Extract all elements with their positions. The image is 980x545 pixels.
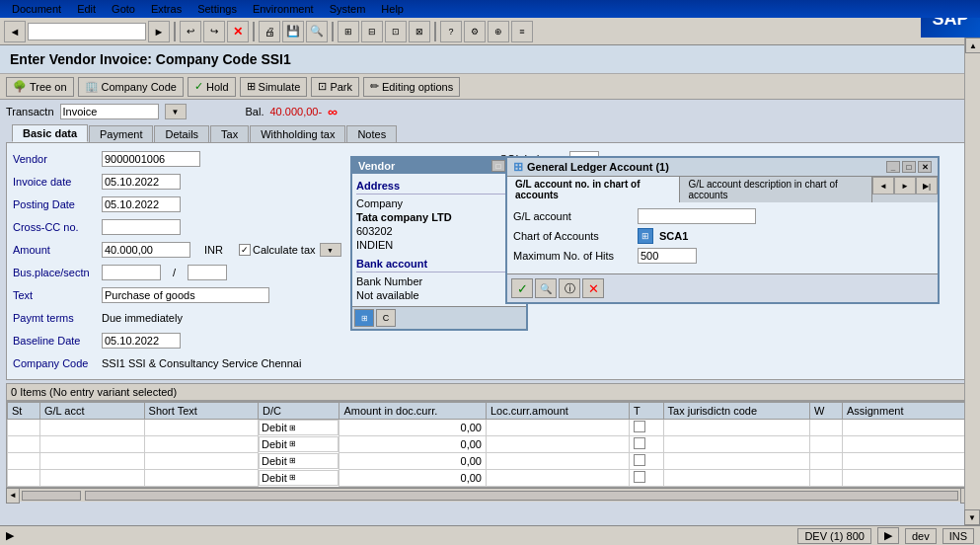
row1-gl[interactable] [39,420,144,436]
col-amount-doc: Amount in doc.curr. [339,403,486,420]
vendor-btn-details[interactable]: C [376,309,396,327]
calc-tax-dropdown[interactable]: ▼ [320,243,341,257]
menu-environment[interactable]: Environment [245,1,322,17]
menu-goto[interactable]: Goto [104,1,143,17]
max-hits-input[interactable] [638,248,697,264]
vendor-btn-expand[interactable]: ⊞ [354,309,374,327]
scroll-up-btn[interactable]: ▲ [965,38,980,53]
park-button[interactable]: ⊡ Park [311,77,359,97]
gl-btn-confirm[interactable]: ✓ [511,278,533,298]
company-code-button[interactable]: 🏢 Company Code [78,77,184,97]
amount-input[interactable] [102,242,190,258]
toolbar-btn-4[interactable]: ⊠ [409,21,430,42]
gl-popup-restore[interactable]: □ [902,161,916,173]
company-code-value: SSI1 SSI & Consultancy Service Chennai [102,357,301,369]
editing-options-button[interactable]: ✏ Editing options [363,77,460,97]
menu-settings[interactable]: Settings [189,1,245,17]
gl-btn-search[interactable]: 🔍 [535,278,557,298]
toolbar-btn-forward[interactable]: ↪ [203,21,225,42]
gl-account-input[interactable] [638,208,756,224]
tab-bar: Basic data Payment Details Tax Withholdi… [6,122,974,142]
vendor-bank-number-label: Bank Number [356,274,522,288]
simulate-button[interactable]: ⊞ Simulate [240,77,308,97]
toolbar-btn-3[interactable]: ⊡ [385,21,407,42]
tab-payment[interactable]: Payment [89,125,153,142]
hold-label: Hold [206,81,229,93]
sectn-input[interactable] [188,265,227,280]
transactn-row: Transactn ▼ Bal. 40.000,00- ∞ [6,104,974,119]
transactn-dropdown[interactable]: ▼ [165,104,187,119]
row1-dc-icon: ⊞ [289,424,296,432]
tab-tax[interactable]: Tax [210,125,249,142]
gl-popup-close[interactable]: ✕ [918,161,932,173]
tab-withholding-tax[interactable]: Withholding tax [250,125,345,142]
toolbar-btn-cancel[interactable]: ✕ [227,21,249,42]
command-input[interactable] [28,23,146,40]
scroll-thumb-area[interactable] [965,53,980,103]
row4-dc-value: Debit [262,472,287,484]
gl-tab-nav-next[interactable]: ► [894,177,916,195]
chart-of-accounts-icon[interactable]: ⊞ [638,228,653,244]
baseline-date-input[interactable] [102,333,181,349]
scroll-down-btn[interactable]: ▼ [964,509,980,525]
vendor-label: Vendor [13,153,92,165]
tab-details[interactable]: Details [154,125,209,142]
posting-date-label: Posting Date [13,198,92,210]
menu-document[interactable]: Document [4,1,69,17]
tree-on-button[interactable]: 🌳 Tree on [6,77,74,97]
scroll-track-main[interactable] [85,491,958,501]
gl-btn-info[interactable]: ⓘ [559,278,580,298]
toolbar-btn-back[interactable]: ↩ [180,21,201,42]
cross-cc-input[interactable] [102,219,181,235]
menu-system[interactable]: System [322,1,374,17]
row1-w [809,420,842,436]
toolbar-btn-6[interactable]: ≡ [511,21,533,42]
toolbar-btn-context[interactable]: ⚙ [464,21,486,42]
bus-place-input[interactable] [102,265,161,280]
vendor-popup-restore[interactable]: □ [491,160,505,172]
toolbar-btn-save[interactable]: 💾 [282,21,304,42]
toolbar-btn-2[interactable]: ⊟ [361,21,383,42]
toolbar-btn-prev[interactable]: ◄ [4,21,26,42]
tab-basic-data[interactable]: Basic data [12,124,88,142]
toolbar-btn-next[interactable]: ► [148,21,170,42]
toolbar-btn-search[interactable]: 🔍 [306,21,328,42]
scroll-left-btn[interactable]: ◄ [6,488,20,504]
invoice-date-input[interactable] [102,174,181,190]
company-code-row: Company Code SSI1 SSI & Consultancy Serv… [13,353,481,373]
menu-extras[interactable]: Extras [143,1,189,17]
table-container: St G/L acct Short Text D/C Amount in doc… [6,401,974,488]
toolbar-btn-help[interactable]: ? [440,21,462,42]
pencil-icon: ✏ [370,80,379,93]
posting-date-input[interactable] [102,196,181,212]
calculate-tax-checkbox[interactable]: ✓ Calculate tax ▼ [239,243,341,257]
horizontal-scrollbar[interactable]: ◄ ► [6,488,974,502]
gl-popup-title: ⊞ General Ledger Account (1) _ □ ✕ [507,158,938,177]
gl-btn-cancel[interactable]: ✕ [582,278,604,298]
toolbar-btn-print[interactable]: 🖨 [259,21,280,42]
vendor-input[interactable] [102,151,200,167]
hold-button[interactable]: ✓ Hold [188,77,236,97]
row1-loc [486,420,629,436]
page-header: Enter Vendor Invoice: Company Code SSI1 [0,45,980,74]
text-input[interactable] [102,287,269,303]
gl-footer: ✓ 🔍 ⓘ ✕ [507,273,938,302]
menu-help[interactable]: Help [373,1,412,17]
toolbar-btn-5[interactable]: ⊕ [488,21,509,42]
paymt-terms-value: Due immediately [102,312,183,324]
vendor-company-label: Company [356,196,522,210]
menu-edit[interactable]: Edit [69,1,104,17]
scroll-track-left[interactable] [22,491,81,501]
gl-tab-nav-prev[interactable]: ◄ [872,177,894,195]
cross-cc-label: Cross-CC no. [13,221,92,233]
row1-tax [663,420,809,436]
gl-popup-minimize[interactable]: _ [886,161,900,173]
toolbar-sep3 [332,22,334,41]
transactn-input[interactable] [60,104,159,119]
tab-notes[interactable]: Notes [346,125,397,142]
toolbar-btn-1[interactable]: ⊞ [338,21,359,42]
gl-tab-nav-last[interactable]: ▶| [916,177,938,195]
gl-tab-account-desc[interactable]: G/L account description in chart of acco… [680,177,872,202]
gl-tab-account-no[interactable]: G/L account no. in chart of accounts [507,177,680,202]
paymt-terms-label: Paymt terms [13,312,92,324]
